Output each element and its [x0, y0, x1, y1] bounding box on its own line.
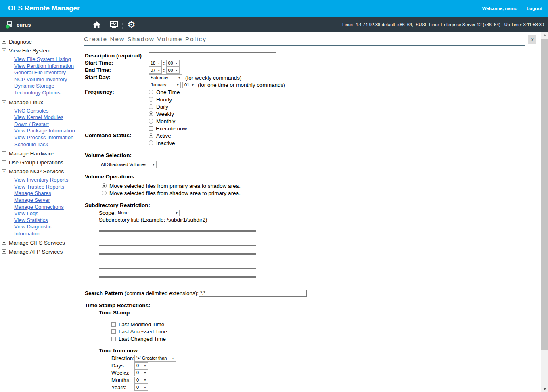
sidebar-item-view-kernel-modules[interactable]: View Kernel Modules	[14, 114, 63, 121]
frequency-option-one-time[interactable]: One Time	[149, 88, 187, 96]
volume-operation-option-move-selected-files-from-primary-area-to-shadow-area[interactable]: Move selected files from primary area to…	[102, 182, 539, 189]
start-hour-select[interactable]: 18 ▼	[149, 60, 162, 67]
command-status-option-inactive[interactable]: Inactive	[149, 139, 175, 147]
sidebar-item-dynamic-storage-technology-options[interactable]: Dynamic Storage Technology Options	[14, 83, 77, 96]
checkbox[interactable]	[111, 329, 116, 334]
help-button[interactable]: ?	[528, 35, 536, 44]
subdirectory-input-1[interactable]	[99, 224, 256, 231]
radio-button[interactable]	[149, 119, 153, 124]
radio-button[interactable]	[149, 97, 153, 102]
collapse-icon[interactable]: -	[2, 48, 6, 52]
chevron-down-icon: ▼	[176, 84, 179, 86]
volume-operation-option-move-selected-files-from-shadow-area-to-primary-area[interactable]: Move selected files from shadow area to …	[102, 189, 539, 197]
end-hour-select[interactable]: 07 ▼	[149, 67, 162, 74]
search-pattern-input[interactable]	[199, 290, 307, 297]
collapse-icon[interactable]: -	[2, 169, 6, 173]
settings-button[interactable]: ⚙	[123, 17, 140, 32]
sidebar-item-view-process-information[interactable]: View Process Information	[14, 134, 73, 141]
frequency-option-daily[interactable]: Daily	[149, 103, 187, 110]
subdirectory-input-7[interactable]	[99, 270, 256, 277]
sidebar-item-view-diagnostic-information[interactable]: View Diagnostic Information	[14, 224, 77, 237]
sidebar-item-view-package-information[interactable]: View Package Information	[14, 128, 75, 134]
subdirectory-input-5[interactable]	[99, 254, 256, 261]
time-stamp-option-last-modified-time[interactable]: Last Modified Time	[111, 321, 539, 328]
radio-button[interactable]	[102, 183, 107, 188]
time-unit-select-days[interactable]: 0▼	[134, 362, 148, 369]
time-stamp-option-last-accessed-time[interactable]: Last Accessed Time	[111, 328, 539, 335]
vertical-scrollbar[interactable]	[541, 32, 548, 392]
subdirectory-input-6[interactable]	[99, 262, 256, 269]
expand-icon[interactable]: +	[2, 151, 6, 155]
sidebar-item-view-partition-information[interactable]: View Partition Information	[14, 63, 74, 70]
radio-button[interactable]	[149, 90, 153, 94]
sidebar-item-schedule-task[interactable]: Schedule Task	[14, 141, 48, 148]
start-minute-select[interactable]: 00 ▼	[166, 60, 180, 67]
time-unit-select-years[interactable]: 0▼	[134, 384, 148, 391]
scroll-up-button[interactable]	[541, 32, 548, 38]
sidebar-section-manage-afp-services[interactable]: +Manage AFP Services	[2, 248, 81, 255]
sidebar-section-use-group-operations[interactable]: +Use Group Operations	[2, 159, 81, 166]
sidebar-section-view-file-system[interactable]: -View File System	[2, 47, 81, 54]
checkbox[interactable]	[111, 322, 116, 327]
sidebar-section-manage-hardware[interactable]: +Manage Hardware	[2, 150, 81, 157]
description-input[interactable]	[149, 52, 276, 59]
sidebar-item-ncp-volume-inventory[interactable]: NCP Volume Inventory	[14, 76, 67, 83]
checkbox[interactable]	[149, 126, 153, 131]
sidebar-section-manage-ncp-services[interactable]: -Manage NCP Services	[2, 168, 81, 175]
scrollbar-thumb[interactable]	[541, 39, 548, 350]
time-colon: :	[163, 60, 165, 66]
sidebar-item-view-logs[interactable]: View Logs	[14, 210, 38, 217]
radio-button[interactable]	[102, 191, 107, 195]
select-value: Saturday	[151, 75, 168, 80]
volume-selection-select[interactable]: All Shadowed Volumes ▼	[99, 161, 157, 168]
sidebar-item-view-file-system-listing[interactable]: View File System Listing	[14, 56, 71, 63]
radio-button[interactable]	[149, 140, 153, 145]
month-select[interactable]: January ▼	[149, 82, 181, 88]
subdirectory-input-4[interactable]	[99, 247, 256, 254]
time-unit-select-months[interactable]: 0▼	[134, 377, 148, 384]
sidebar-section-manage-linux[interactable]: -Manage Linux	[2, 99, 81, 106]
sidebar-section-diagnose[interactable]: +Diagnose	[2, 38, 81, 45]
sidebar-item-vnc-consoles[interactable]: VNC Consoles	[14, 108, 48, 115]
sidebar-item-view-statistics[interactable]: View Statistics	[14, 217, 48, 224]
sidebar-item-manage-server[interactable]: Manage Server	[14, 197, 50, 204]
collapse-icon[interactable]: -	[2, 100, 6, 104]
command-status-option-active[interactable]: Active	[149, 132, 175, 139]
home-button[interactable]	[89, 17, 105, 32]
expand-icon[interactable]: +	[2, 160, 6, 164]
sidebar-item-manage-shares[interactable]: Manage Shares	[14, 190, 51, 197]
expand-icon[interactable]: +	[2, 40, 6, 44]
logout-button[interactable]: Logout	[527, 6, 542, 11]
sidebar-section-manage-cifs-services[interactable]: +Manage CIFS Services	[2, 239, 81, 246]
checkbox[interactable]	[111, 337, 116, 341]
scroll-down-button[interactable]	[541, 386, 548, 392]
sidebar-item-view-trustee-reports[interactable]: View Trustee Reports	[14, 184, 64, 191]
sidebar-item-down-restart[interactable]: Down / Restart	[14, 121, 49, 128]
subdirectory-input-2[interactable]	[99, 231, 256, 238]
subdirectory-input-8[interactable]	[99, 277, 256, 284]
radio-button[interactable]	[149, 104, 153, 109]
subdirectory-input-3[interactable]	[99, 239, 256, 246]
end-minute-select[interactable]: 00 ▼	[166, 67, 180, 74]
day-select[interactable]: 01 ▼	[182, 82, 195, 88]
expand-icon[interactable]: +	[2, 241, 6, 245]
weekday-select[interactable]: Saturday ▼	[149, 74, 182, 81]
radio-button[interactable]	[149, 111, 153, 116]
frequency-option-weekly[interactable]: Weekly	[149, 110, 187, 117]
radio-button[interactable]	[149, 133, 153, 138]
frequency-row: Frequency: One TimeHourlyDailyWeeklyMont…	[85, 88, 539, 132]
sidebar-section-label: View File System	[9, 47, 50, 54]
sidebar-item-view-inventory-reports[interactable]: View Inventory Reports	[14, 177, 68, 184]
time-stamp-checkboxes: Last Modified TimeLast Accessed TimeLast…	[111, 321, 539, 342]
sidebar-item-general-file-inventory[interactable]: General File Inventory	[14, 69, 66, 76]
sidebar-item-manage-connections[interactable]: Manage Connections	[14, 204, 64, 211]
execute-now-option-execute-now[interactable]: Execute now	[149, 125, 187, 132]
time-stamp-option-last-changed-time[interactable]: Last Changed Time	[111, 335, 539, 342]
time-direction-select[interactable]: '>' Greater than ▼	[134, 355, 176, 362]
frequency-option-hourly[interactable]: Hourly	[149, 96, 187, 103]
expand-icon[interactable]: +	[2, 249, 6, 254]
scope-select[interactable]: None ▼	[116, 210, 180, 216]
time-unit-select-weeks[interactable]: 0▼	[134, 369, 148, 376]
health-monitor-button[interactable]	[105, 17, 122, 32]
frequency-option-monthly[interactable]: Monthly	[149, 117, 187, 125]
